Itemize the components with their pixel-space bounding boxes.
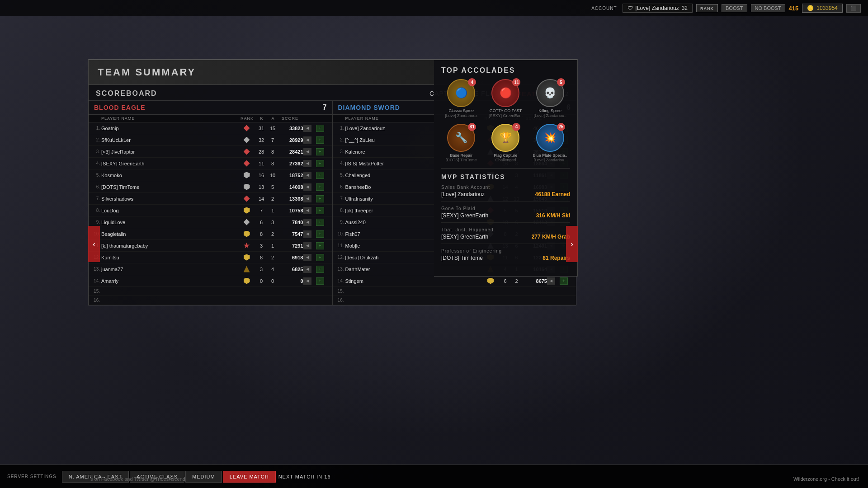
- add-friend-button[interactable]: +: [316, 207, 324, 214]
- table-row: 10. Beagletalin 8 2 7547 ◀ +: [89, 228, 332, 240]
- add-friend-button[interactable]: +: [316, 172, 324, 179]
- mute-button[interactable]: ◀: [303, 277, 311, 285]
- score-val: 27362: [278, 161, 303, 166]
- player-name: [DOTS] TimTome: [101, 184, 238, 190]
- rank-icon: [238, 125, 256, 131]
- col-k: K: [256, 116, 268, 121]
- mute-button[interactable]: ◀: [303, 266, 311, 273]
- mute-button[interactable]: ◀: [303, 230, 311, 238]
- mvp-stat: Professor of Engineering [DOTS] TimTome …: [441, 249, 570, 265]
- row-num: 1.: [336, 126, 345, 131]
- nav-arrow-left[interactable]: ‹: [88, 226, 100, 262]
- assist-val: 2: [267, 196, 278, 202]
- kill-val: 3: [256, 243, 267, 249]
- mute-button[interactable]: ◀: [303, 183, 311, 191]
- mvp-stat: That. Just. Happened. [SEXY] GreenEarth …: [441, 227, 570, 244]
- table-row: 15.: [333, 287, 576, 296]
- table-row: 13. juanma77 3 4 6825 ◀ +: [89, 263, 332, 275]
- score-val: 33823: [278, 126, 303, 131]
- player-name: LiquidLove: [101, 220, 238, 225]
- xp-box: ⬛: [846, 4, 861, 13]
- accolade-badge: 🔧 81: [447, 124, 475, 152]
- mute-button[interactable]: ◀: [303, 219, 311, 226]
- rank-label: RANK: [700, 6, 714, 11]
- add-friend-button[interactable]: +: [560, 277, 568, 285]
- accolade-item: 💥 25 Blue Plate Specia..[Love] Zandariou…: [530, 124, 570, 163]
- assist-val: 1: [267, 208, 278, 213]
- kill-val: 16: [256, 173, 267, 178]
- rank-icon: [238, 149, 256, 155]
- table-row: 16.: [89, 296, 332, 305]
- mute-button[interactable]: ◀: [303, 207, 311, 214]
- row-num: 8.: [336, 208, 345, 213]
- add-friend-button[interactable]: +: [316, 277, 324, 285]
- mute-button[interactable]: ◀: [303, 172, 311, 179]
- add-friend-button[interactable]: +: [316, 219, 324, 226]
- mute-button[interactable]: ◀: [303, 160, 311, 167]
- boost-label: BOOST: [726, 5, 743, 11]
- mute-button[interactable]: ◀: [303, 195, 311, 202]
- mvp-stat-player: [Love] Zandariouz: [441, 191, 485, 197]
- wilderzone-text: Wilderzone.org - Check it out!: [793, 476, 859, 482]
- add-friend-button[interactable]: +: [316, 183, 324, 191]
- table-row: 2. SfKuUcLkLer 32 7 28929 ◀ +: [89, 134, 332, 146]
- blood-eagle-col-headers: PLAYER NAME RANK K A SCORE: [89, 115, 332, 122]
- player-name: [SEXY] GreenEarth: [101, 161, 238, 166]
- boost-box: BOOST: [722, 4, 747, 12]
- mute-button[interactable]: ◀: [303, 125, 311, 132]
- add-friend-button[interactable]: +: [316, 266, 324, 273]
- add-friend-button[interactable]: +: [316, 136, 324, 144]
- assist-val: 2: [511, 278, 522, 284]
- player-name: [<3] JiveRaptor: [101, 149, 238, 155]
- add-friend-button[interactable]: +: [316, 242, 324, 249]
- kill-val: 6: [256, 220, 267, 225]
- accolade-badge: 🔴 11: [491, 79, 519, 107]
- score-val: 28929: [278, 137, 303, 143]
- mvp-title: MVP STATISTICS: [441, 168, 570, 180]
- diamond-sword-name: DIAMOND SWORD: [338, 104, 400, 111]
- table-row: 14. Amarrly 0 0 0 ◀ +: [89, 275, 332, 287]
- col-rank: RANK: [238, 116, 256, 121]
- score-val: 0: [278, 278, 303, 284]
- rank-icon: [238, 207, 256, 214]
- row-num: 2.: [336, 137, 345, 142]
- player-rank-icon: 🛡: [627, 5, 633, 11]
- row-num: 9.: [92, 220, 101, 225]
- mute-button[interactable]: ◀: [303, 136, 311, 144]
- player-name: Goatnip: [101, 126, 238, 131]
- kill-val: 6: [500, 278, 511, 284]
- add-friend-button[interactable]: +: [316, 230, 324, 238]
- assist-val: 5: [267, 184, 278, 190]
- assist-val: 2: [267, 255, 278, 260]
- table-row: 8. LouDog 7 1 10758 ◀ +: [89, 205, 332, 216]
- accolade-badge-icon: 🏆: [500, 132, 512, 144]
- accolade-badge: 💀 5: [536, 79, 564, 107]
- account-label: ACCOUNT: [591, 6, 617, 11]
- mute-button[interactable]: ◀: [547, 277, 555, 285]
- row-num: 13.: [336, 267, 345, 272]
- mute-button[interactable]: ◀: [303, 242, 311, 249]
- nav-arrow-right[interactable]: ›: [566, 226, 578, 262]
- add-friend-button[interactable]: +: [316, 125, 324, 132]
- rank-icon: [238, 278, 256, 284]
- mute-button[interactable]: ◀: [303, 148, 311, 155]
- rank-icon: [238, 184, 256, 190]
- mvp-stat-label: That. Just. Happened.: [441, 227, 570, 232]
- row-num: 14.: [336, 278, 345, 283]
- blood-eagle-name: BLOOD EAGLE: [94, 104, 146, 111]
- row-num: 4.: [92, 161, 101, 166]
- row-num: 14.: [92, 278, 101, 283]
- score-val: 6918: [278, 255, 303, 260]
- add-friend-button[interactable]: +: [316, 148, 324, 155]
- mvp-stat-label: Gone To Plaid: [441, 206, 570, 211]
- score-val: 13368: [278, 196, 303, 202]
- rank-icon: [238, 243, 256, 249]
- rank-box: RANK: [696, 4, 718, 12]
- add-friend-button[interactable]: +: [316, 254, 324, 261]
- assist-val: 0: [267, 278, 278, 284]
- mute-button[interactable]: ◀: [303, 254, 311, 261]
- add-friend-button[interactable]: +: [316, 160, 324, 167]
- add-friend-button[interactable]: +: [316, 195, 324, 202]
- mvp-stat-value: 46188 Earned: [535, 191, 570, 197]
- player-name: Silvershadows: [101, 196, 238, 202]
